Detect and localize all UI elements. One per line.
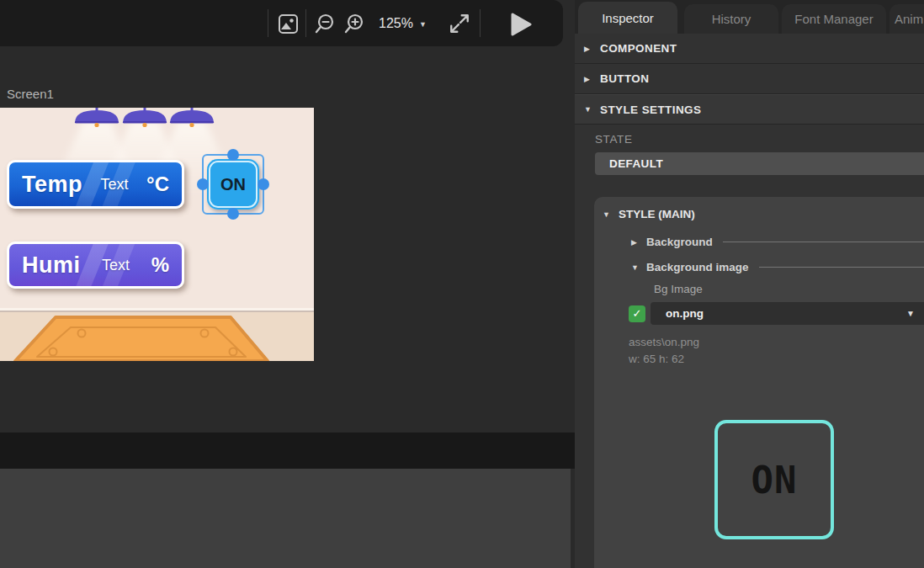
temp-widget-label: Temp (22, 172, 82, 198)
on-button-widget[interactable]: ON (207, 159, 259, 210)
table (15, 317, 268, 361)
screen-name-label[interactable]: Screen1 (7, 87, 54, 101)
section-button-label: BUTTON (600, 72, 649, 85)
style-main-header[interactable]: ▼ STYLE (MAIN) (594, 197, 924, 220)
chevron-down-icon: ▼ (631, 263, 640, 272)
tab-animations[interactable]: Anim (889, 4, 924, 34)
chevron-down-icon: ▼ (584, 105, 593, 114)
zoom-in-icon (343, 13, 365, 35)
bg-image-dropdown-value: on.png (666, 307, 704, 320)
style-main-panel: ▼ STYLE (MAIN) ▶ Background ▼ Background… (594, 197, 924, 568)
zoom-out-button[interactable] (312, 11, 337, 36)
zoom-in-button[interactable] (342, 11, 367, 36)
section-component[interactable]: ▶ COMPONENT (575, 34, 924, 64)
state-block: STATE DEFAULT (595, 133, 924, 175)
section-style-settings-label: STYLE SETTINGS (600, 104, 701, 116)
state-label: STATE (595, 133, 924, 146)
temp-widget-unit: °C (146, 173, 169, 196)
zoom-level-label: 125% (379, 16, 413, 31)
state-dropdown-value: DEFAULT (609, 157, 663, 170)
bg-image-control-row: ✓ on.png ▼ (629, 302, 924, 325)
rule-line (759, 267, 924, 268)
chevron-down-icon: ▼ (603, 210, 612, 219)
tab-font-manager[interactable]: Font Manager (782, 4, 886, 34)
fit-screen-button[interactable] (447, 11, 472, 36)
screen-background-art (0, 108, 314, 361)
zoom-out-icon (314, 13, 336, 35)
selection-handle-right[interactable] (258, 178, 269, 190)
asset-preview-text: ON (751, 459, 798, 502)
play-icon (510, 13, 532, 36)
humi-widget-unit: % (151, 253, 169, 277)
selection-outline: ON (202, 154, 264, 215)
section-style-settings[interactable]: ▼ STYLE SETTINGS (575, 94, 924, 125)
tab-inspector[interactable]: Inspector (578, 2, 677, 34)
selection-handle-left[interactable] (197, 178, 209, 190)
play-button[interactable] (508, 12, 534, 37)
humi-widget-label: Humi (22, 252, 81, 279)
asset-path-label: assets\on.png (629, 336, 924, 348)
image-tool-button[interactable] (275, 11, 300, 36)
temp-widget-value: Text (101, 176, 129, 194)
toolbar-separator (480, 9, 481, 37)
bottom-panel (0, 469, 571, 568)
background-image-row[interactable]: ▼ Background image (631, 261, 924, 273)
check-icon: ✓ (633, 307, 642, 320)
zoom-level-dropdown[interactable]: 125% ▼ (379, 0, 427, 46)
temp-widget[interactable]: Temp Text °C (7, 160, 184, 209)
bg-image-enabled-checkbox[interactable]: ✓ (629, 305, 645, 322)
toolbar: 125% ▼ (0, 0, 563, 46)
rule-line (723, 242, 924, 242)
section-component-label: COMPONENT (600, 42, 677, 55)
background-row-label: Background (646, 236, 713, 248)
chevron-right-icon: ▶ (584, 75, 593, 83)
toolbar-separator (305, 9, 306, 37)
inspector-tab-bar: Inspector History Font Manager Anim (575, 0, 924, 34)
image-icon (278, 13, 299, 35)
design-canvas[interactable]: Temp Text °C Humi Text % ON (0, 108, 314, 361)
tab-history[interactable]: History (684, 4, 778, 34)
caret-down-icon: ▼ (419, 19, 427, 29)
style-main-title: STYLE (MAIN) (619, 208, 695, 220)
humi-widget-value: Text (102, 257, 130, 274)
inspector-panel: Inspector History Font Manager Anim ▶ CO… (575, 0, 924, 568)
app: 125% ▼ Screen1 (0, 0, 924, 568)
selection-handle-top[interactable] (227, 149, 239, 161)
background-row[interactable]: ▶ Background (631, 236, 924, 248)
asset-preview-image: ON (714, 420, 834, 539)
humi-widget[interactable]: Humi Text % (7, 242, 184, 289)
background-image-row-label: Background image (646, 261, 749, 273)
chevron-right-icon: ▶ (584, 45, 593, 53)
selection-handle-bottom[interactable] (227, 208, 239, 220)
on-button-label: ON (220, 175, 246, 194)
toolbar-separator (268, 9, 268, 37)
section-button[interactable]: ▶ BUTTON (575, 64, 924, 94)
caret-down-icon: ▼ (906, 309, 915, 318)
panel-divider-strip (0, 433, 575, 469)
bg-image-dropdown[interactable]: on.png ▼ (651, 302, 924, 325)
chevron-right-icon: ▶ (631, 238, 640, 247)
bg-image-field-label: Bg Image (654, 283, 924, 295)
asset-dimensions-label: w: 65 h: 62 (629, 353, 924, 365)
state-dropdown[interactable]: DEFAULT (595, 152, 924, 175)
fit-screen-icon (449, 13, 470, 35)
